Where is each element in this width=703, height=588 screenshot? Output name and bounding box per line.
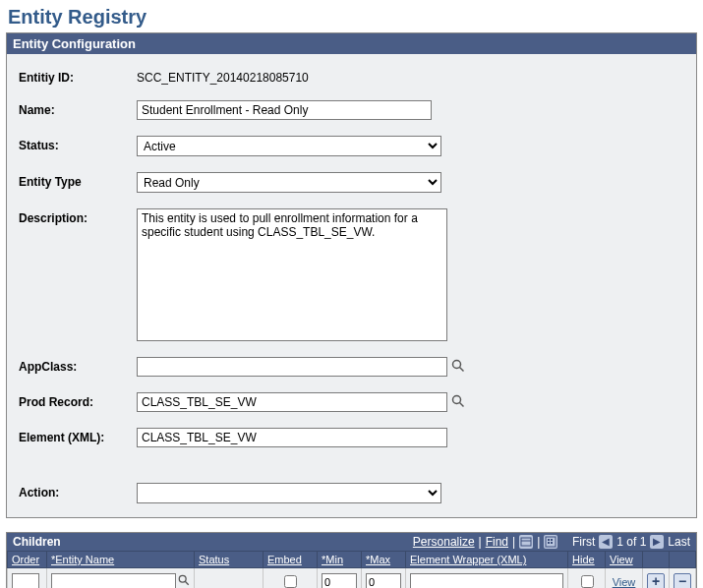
element-xml-input[interactable] <box>137 428 447 447</box>
prod-record-input[interactable] <box>137 392 447 412</box>
order-input[interactable] <box>12 573 39 589</box>
appclass-label: AppClass: <box>19 357 137 374</box>
embed-checkbox[interactable] <box>284 575 297 588</box>
svg-rect-4 <box>521 538 531 546</box>
add-row-button[interactable]: + <box>647 573 665 589</box>
entity-type-label: Entity Type <box>19 172 137 189</box>
col-embed[interactable]: Embed <box>267 554 302 565</box>
status-cell <box>195 568 264 589</box>
col-element-wrapper[interactable]: Element Wrapper (XML) <box>410 554 526 565</box>
table-row: View + − <box>8 568 696 589</box>
status-select[interactable]: Active <box>137 136 441 156</box>
appclass-lookup-icon[interactable] <box>451 359 465 376</box>
delete-row-button[interactable]: − <box>674 573 691 589</box>
description-textarea[interactable]: This entity is used to pull enrollment i… <box>137 208 447 341</box>
name-input[interactable] <box>137 100 432 120</box>
children-grid: Order *Entity Name Status Embed *Min *Ma… <box>7 551 696 588</box>
col-hide[interactable]: Hide <box>572 554 595 565</box>
children-section: Children Personalize | Find | | First ◀ … <box>6 532 697 588</box>
entity-configuration-header: Entity Configuration <box>7 33 696 54</box>
svg-line-1 <box>460 368 464 372</box>
last-label: Last <box>668 535 690 549</box>
max-input[interactable] <box>366 573 401 589</box>
first-label: First <box>572 535 595 549</box>
zoom-icon[interactable] <box>519 535 533 549</box>
description-label: Description: <box>19 208 137 225</box>
entity-name-lookup-icon[interactable] <box>178 574 190 588</box>
svg-point-2 <box>453 396 461 404</box>
col-entity-name[interactable]: *Entity Name <box>51 554 114 565</box>
svg-line-12 <box>185 581 188 584</box>
page-title: Entity Registry <box>6 6 697 29</box>
prod-record-lookup-icon[interactable] <box>451 394 465 411</box>
prod-record-label: Prod Record: <box>19 392 137 409</box>
svg-point-0 <box>453 361 461 369</box>
element-wrapper-input[interactable] <box>410 573 563 589</box>
col-view[interactable]: View <box>610 554 633 565</box>
svg-rect-7 <box>548 539 550 541</box>
hide-checkbox[interactable] <box>581 575 594 588</box>
appclass-input[interactable] <box>137 357 447 377</box>
entity-id-label: Entitiy ID: <box>19 68 137 85</box>
prev-page-icon[interactable]: ◀ <box>599 535 613 549</box>
svg-rect-9 <box>548 542 550 544</box>
find-link[interactable]: Find <box>486 535 508 549</box>
download-icon[interactable] <box>544 535 557 549</box>
action-label: Action: <box>19 483 137 500</box>
personalize-link[interactable]: Personalize <box>413 535 475 549</box>
entity-name-input[interactable] <box>51 573 176 589</box>
col-status[interactable]: Status <box>199 554 229 565</box>
status-label: Status: <box>19 136 137 152</box>
entity-configuration-section: Entity Configuration Entitiy ID: SCC_ENT… <box>6 32 697 518</box>
col-max[interactable]: *Max <box>366 554 390 565</box>
col-order[interactable]: Order <box>12 554 39 565</box>
action-select[interactable] <box>137 483 441 503</box>
row-counter: 1 of 1 <box>616 535 646 549</box>
children-section-title: Children <box>13 535 61 549</box>
entity-id-value: SCC_ENTITY_20140218085710 <box>137 68 309 85</box>
view-link[interactable]: View <box>613 576 636 588</box>
next-page-icon[interactable]: ▶ <box>650 535 664 549</box>
entity-type-select[interactable]: Read Only <box>137 172 441 193</box>
svg-point-11 <box>179 575 186 582</box>
element-xml-label: Element (XML): <box>19 428 137 444</box>
col-min[interactable]: *Min <box>322 554 343 565</box>
min-input[interactable] <box>322 573 357 589</box>
svg-rect-8 <box>551 539 553 541</box>
svg-rect-10 <box>551 542 553 544</box>
svg-line-3 <box>460 403 464 407</box>
name-label: Name: <box>19 100 137 117</box>
